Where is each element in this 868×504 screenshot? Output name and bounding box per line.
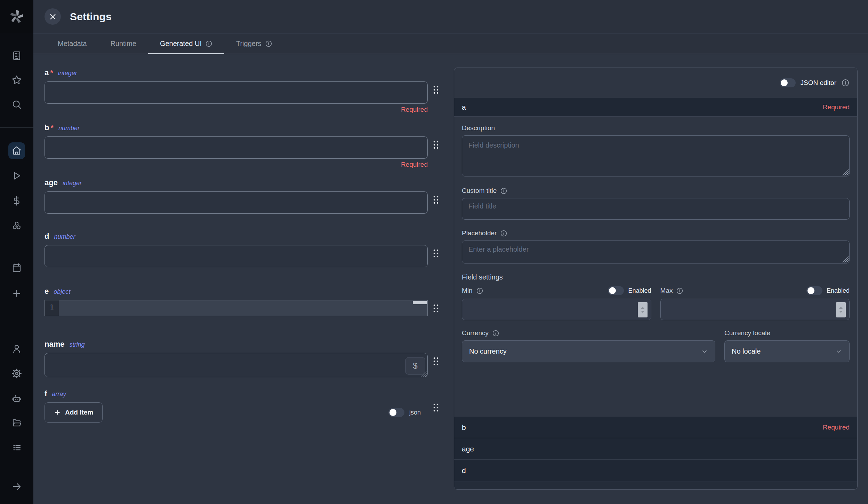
description-textarea[interactable]: Field description: [462, 135, 850, 176]
drag-handle[interactable]: [428, 81, 444, 95]
sidebar-item-users[interactable]: [10, 342, 24, 356]
field-row-b[interactable]: b Required: [454, 417, 857, 438]
grip-dots-icon: [433, 356, 439, 366]
info-icon: [265, 40, 272, 47]
custom-title-label: Custom title: [462, 187, 850, 195]
field-type: integer: [58, 70, 77, 77]
sidebar-item-resources[interactable]: [10, 219, 24, 233]
star-icon: [11, 75, 22, 85]
field-d-input[interactable]: [45, 245, 428, 267]
field-name: age: [45, 178, 58, 187]
number-spinner[interactable]: [638, 302, 648, 317]
currency-locale-label: Currency locale: [724, 329, 850, 337]
max-enabled-label: Enabled: [827, 287, 850, 294]
json-editor-toggle[interactable]: [780, 78, 796, 87]
sidebar-item-building[interactable]: [10, 49, 24, 63]
placeholder-textarea[interactable]: Enter a placeholder: [462, 241, 850, 263]
info-icon: [492, 330, 499, 337]
field-name: d: [45, 232, 49, 241]
required-asterisk: *: [50, 68, 53, 77]
min-label: Min: [462, 287, 483, 294]
field-row-partial[interactable]: [454, 481, 857, 489]
sidebar-item-settings[interactable]: [10, 367, 24, 380]
sidebar-item-search[interactable]: [10, 97, 24, 111]
search-icon: [11, 99, 22, 110]
grip-dots-icon: [433, 140, 439, 150]
field-b-input[interactable]: [45, 136, 428, 159]
editor-scrollbar-thumb[interactable]: [413, 301, 427, 304]
placeholder-label: Placeholder: [462, 229, 850, 237]
tab-triggers[interactable]: Triggers: [224, 34, 284, 54]
custom-title-input[interactable]: Field title: [462, 198, 850, 220]
field-row-d[interactable]: d: [454, 460, 857, 481]
chevron-down-icon: [701, 348, 708, 355]
sidebar-expand[interactable]: [10, 480, 24, 494]
sidebar-item-schedules[interactable]: [10, 261, 24, 275]
variable-picker-button[interactable]: $: [405, 357, 425, 375]
field-name: f: [45, 389, 47, 398]
sidebar-item-folders[interactable]: [10, 416, 24, 430]
sidebar-item-star[interactable]: [10, 73, 24, 87]
resize-handle[interactable]: [842, 169, 849, 175]
min-enabled-toggle[interactable]: [608, 286, 624, 295]
sidebar-item-add[interactable]: [10, 286, 24, 300]
field-editor-body: Description Field description Custom tit…: [454, 117, 857, 417]
sidebar-item-home[interactable]: [8, 142, 25, 159]
plus-icon: [11, 288, 22, 299]
sidebar-item-variables[interactable]: [10, 194, 24, 208]
field-type: array: [52, 391, 66, 398]
number-spinner[interactable]: [836, 302, 846, 317]
app-logo[interactable]: [0, 0, 33, 33]
currency-label: Currency: [462, 329, 715, 337]
field-name: b: [45, 123, 49, 132]
sidebar-item-logs[interactable]: [10, 441, 24, 455]
add-item-button[interactable]: Add item: [45, 402, 103, 423]
field-e-code-editor[interactable]: 1: [45, 300, 428, 316]
form-field-name: name string $: [45, 340, 444, 377]
field-row-a[interactable]: a Required: [454, 98, 857, 117]
close-button[interactable]: [45, 8, 61, 25]
inspector-pane: JSON editor a Required Description Field…: [451, 55, 868, 504]
drag-handle[interactable]: [428, 353, 444, 366]
field-name-input[interactable]: [45, 353, 428, 377]
drag-handle[interactable]: [428, 300, 444, 313]
currency-select[interactable]: No currency: [462, 340, 715, 362]
drag-handle[interactable]: [428, 191, 444, 205]
drag-handle[interactable]: [428, 403, 444, 412]
sidebar-item-workers[interactable]: [10, 391, 24, 405]
field-name: e: [45, 287, 49, 296]
info-icon: [476, 287, 483, 294]
tab-generated-ui[interactable]: Generated UI: [148, 34, 224, 54]
min-max-grid: Min Enabled: [462, 286, 850, 320]
inspector-panel: JSON editor a Required Description Field…: [454, 68, 858, 490]
currency-locale-value: No locale: [732, 347, 761, 355]
spinner-up-icon: [641, 307, 644, 309]
sidebar: [0, 0, 33, 504]
placeholder-placeholder: Enter a placeholder: [462, 241, 849, 263]
tab-runtime[interactable]: Runtime: [98, 34, 148, 54]
home-icon: [11, 145, 22, 156]
max-number-input[interactable]: [660, 299, 850, 320]
max-enabled-toggle[interactable]: [806, 286, 822, 295]
field-row-age[interactable]: age: [454, 438, 857, 460]
json-toggle[interactable]: [388, 408, 404, 417]
field-age-input[interactable]: [45, 191, 428, 214]
tab-label: Triggers: [236, 40, 262, 48]
tab-metadata[interactable]: Metadata: [46, 34, 98, 54]
form-preview-pane: a * integer Required b * number: [33, 55, 451, 504]
field-a-input[interactable]: [45, 81, 428, 104]
tab-label: Runtime: [110, 40, 136, 48]
currency-value: No currency: [469, 347, 507, 355]
field-type: string: [69, 341, 85, 348]
currency-locale-select[interactable]: No locale: [724, 340, 850, 362]
min-number-input[interactable]: [462, 299, 651, 320]
x-icon: [49, 13, 57, 21]
robot-icon: [11, 393, 22, 403]
main-content: a * integer Required b * number: [33, 55, 868, 504]
tab-label: Generated UI: [160, 40, 202, 48]
sidebar-item-runs[interactable]: [10, 169, 24, 183]
drag-handle[interactable]: [428, 245, 444, 258]
drag-handle[interactable]: [428, 136, 444, 150]
field-row-name: d: [462, 466, 466, 475]
field-row-required: Required: [823, 424, 850, 431]
